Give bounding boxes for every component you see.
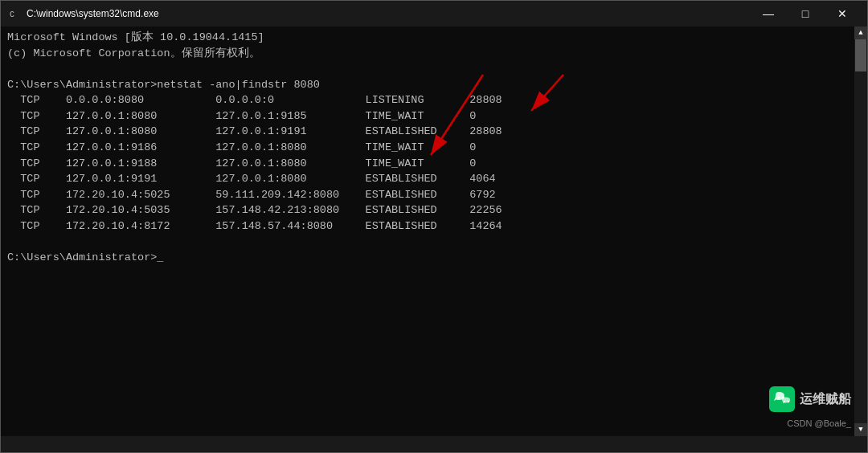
bottom-bar bbox=[1, 436, 867, 452]
scroll-track bbox=[854, 39, 867, 423]
scroll-down-button[interactable]: ▼ bbox=[854, 423, 867, 436]
window-controls: — □ ✕ bbox=[750, 1, 861, 27]
svg-text:C: C bbox=[10, 10, 14, 19]
watermark: 运维贼船 bbox=[769, 386, 851, 412]
close-button[interactable]: ✕ bbox=[824, 1, 861, 27]
scroll-thumb[interactable] bbox=[855, 39, 866, 71]
console-output: Microsoft Windows [版本 10.0.19044.1415] (… bbox=[7, 30, 861, 265]
minimize-button[interactable]: — bbox=[750, 1, 787, 27]
csdn-watermark: CSDN @Boale_ bbox=[787, 418, 851, 428]
wechat-icon bbox=[769, 386, 795, 412]
cmd-icon: C bbox=[7, 7, 20, 20]
watermark-name: 运维贼船 bbox=[800, 391, 851, 408]
window-title: C:\windows\system32\cmd.exe bbox=[27, 8, 159, 19]
title-bar: C C:\windows\system32\cmd.exe — □ ✕ bbox=[1, 1, 867, 27]
console-area: Microsoft Windows [版本 10.0.19044.1415] (… bbox=[1, 27, 867, 436]
cmd-window: C C:\windows\system32\cmd.exe — □ ✕ Micr… bbox=[0, 0, 868, 453]
scrollbar[interactable]: ▲ ▼ bbox=[854, 27, 867, 436]
scroll-up-button[interactable]: ▲ bbox=[854, 27, 867, 39]
title-bar-left: C C:\windows\system32\cmd.exe bbox=[7, 7, 159, 20]
maximize-button[interactable]: □ bbox=[787, 1, 824, 27]
